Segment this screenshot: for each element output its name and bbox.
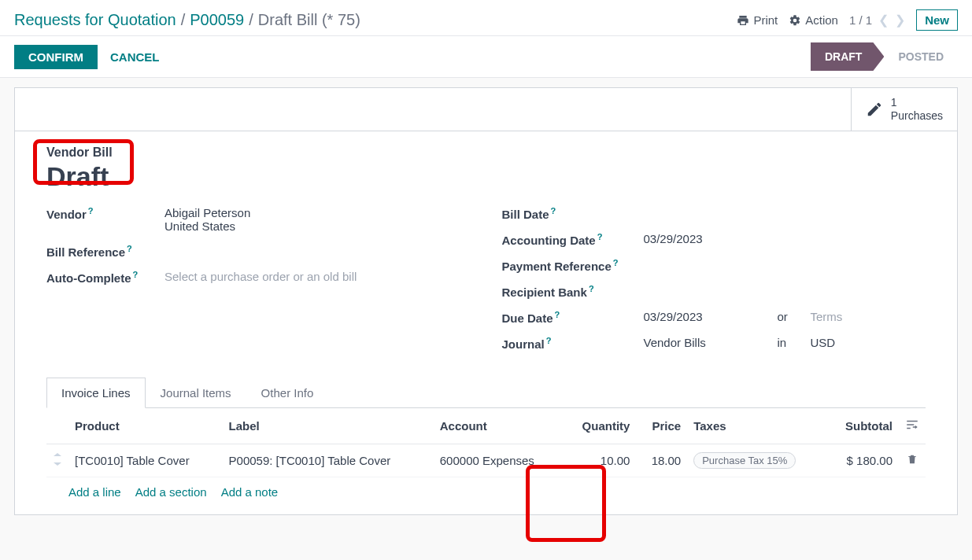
pager-prev[interactable]: ❮	[878, 13, 889, 28]
cell-price[interactable]: 18.00	[636, 444, 687, 477]
label-bill-reference: Bill Reference?	[46, 244, 164, 259]
print-icon	[737, 14, 749, 27]
help-icon[interactable]: ?	[133, 270, 139, 279]
th-label: Label	[223, 408, 434, 444]
th-account: Account	[434, 408, 564, 444]
status-right: DRAFT POSTED	[811, 42, 958, 71]
cell-subtotal: $ 180.00	[826, 444, 899, 477]
label-accounting-date: Accounting Date?	[502, 232, 644, 247]
stat-count: 1	[891, 96, 943, 109]
options-icon[interactable]	[905, 418, 919, 432]
label-recipient-bank: Recipient Bank?	[502, 284, 644, 299]
topbar: Requests for Quotation / P00059 / Draft …	[0, 0, 972, 35]
th-taxes: Taxes	[687, 408, 826, 444]
confirm-button[interactable]: CONFIRM	[14, 45, 98, 69]
breadcrumb: Requests for Quotation / P00059 / Draft …	[14, 11, 360, 29]
action-label: Action	[805, 13, 838, 27]
print-action[interactable]: Print	[737, 13, 778, 27]
stat-purchases[interactable]: 1 Purchases	[851, 88, 957, 131]
topbar-right: Print Action 1 / 1 ❮ ❯ New	[737, 9, 958, 31]
gear-icon	[789, 14, 801, 27]
statusbar: CONFIRM CANCEL DRAFT POSTED	[0, 35, 972, 78]
tab-other-info[interactable]: Other Info	[246, 378, 329, 408]
left-col: Vendor? Abigail Peterson United States B…	[46, 206, 471, 362]
sheet-inner: Vendor Bill Draft Vendor? Abigail Peters…	[15, 131, 957, 514]
trash-icon	[907, 454, 918, 465]
stat-text: 1 Purchases	[891, 96, 943, 123]
label-journal: Journal?	[502, 336, 644, 351]
th-price: Price	[636, 408, 687, 444]
new-button[interactable]: New	[916, 9, 958, 31]
status-left: CONFIRM CANCEL	[14, 45, 160, 69]
help-icon[interactable]: ?	[551, 206, 556, 216]
status-draft[interactable]: DRAFT	[811, 42, 884, 71]
help-icon[interactable]: ?	[127, 244, 132, 253]
doc-type: Vendor Bill	[46, 146, 113, 160]
cell-quantity[interactable]: 10.00	[563, 444, 636, 477]
right-col: Bill Date? Accounting Date? 03/29/2023 P…	[502, 206, 926, 362]
pager: 1 / 1 ❮ ❯	[849, 13, 905, 28]
tax-tag[interactable]: Purchase Tax 15%	[693, 452, 796, 469]
help-icon[interactable]: ?	[546, 336, 552, 345]
value-auto-complete[interactable]: Select a purchase order or an old bill	[164, 270, 471, 283]
cell-taxes[interactable]: Purchase Tax 15%	[687, 444, 826, 477]
th-subtotal: Subtotal	[826, 408, 899, 444]
pencil-icon	[866, 101, 883, 118]
pager-text[interactable]: 1 / 1	[849, 13, 872, 27]
help-icon[interactable]: ?	[589, 284, 594, 293]
label-due-date: Due Date?	[502, 310, 644, 325]
value-journal[interactable]: Vendor Bills	[644, 336, 762, 349]
label-vendor: Vendor?	[46, 206, 164, 221]
add-links: Add a line Add a section Add a note	[46, 477, 926, 499]
pager-next[interactable]: ❯	[895, 13, 905, 28]
breadcrumb-rfq[interactable]: Requests for Quotation	[14, 11, 176, 29]
tab-journal-items[interactable]: Journal Items	[146, 378, 246, 408]
invoice-lines-table: Product Label Account Quantity Price Tax…	[46, 408, 926, 477]
value-terms[interactable]: Terms	[811, 310, 843, 323]
breadcrumb-po[interactable]: P00059	[190, 11, 244, 29]
label-bill-date: Bill Date?	[502, 206, 644, 221]
help-icon[interactable]: ?	[613, 258, 619, 267]
table-header-row: Product Label Account Quantity Price Tax…	[46, 408, 926, 444]
cell-product[interactable]: [TC0010] Table Cover	[68, 444, 223, 477]
label-payment-reference: Payment Reference?	[502, 258, 644, 273]
breadcrumb-sep: /	[181, 11, 186, 29]
value-due-date-group: 03/29/2023 or Terms	[644, 310, 926, 323]
th-quantity: Quantity	[563, 408, 636, 444]
tabs: Invoice Lines Journal Items Other Info	[46, 378, 926, 408]
stat-label: Purchases	[891, 109, 943, 123]
table-row[interactable]: [TC0010] Table Cover P00059: [TC0010] Ta…	[46, 444, 926, 477]
help-icon[interactable]: ?	[88, 206, 94, 216]
label-auto-complete: Auto-Complete?	[46, 270, 164, 285]
status-posted[interactable]: POSTED	[884, 42, 958, 71]
delete-row[interactable]	[899, 444, 926, 477]
value-due-date[interactable]: 03/29/2023	[644, 310, 762, 323]
print-label: Print	[753, 13, 778, 27]
add-line[interactable]: Add a line	[68, 485, 121, 499]
label-in: in	[778, 336, 804, 349]
add-section[interactable]: Add a section	[135, 485, 207, 499]
add-note[interactable]: Add a note	[221, 485, 279, 499]
cell-account[interactable]: 600000 Expenses	[434, 444, 564, 477]
action-dropdown[interactable]: Action	[789, 13, 838, 27]
cell-label[interactable]: P00059: [TC0010] Table Cover	[223, 444, 434, 477]
label-or: or	[778, 310, 804, 323]
drag-handle[interactable]	[46, 444, 68, 477]
value-accounting-date[interactable]: 03/29/2023	[644, 232, 926, 245]
cancel-button[interactable]: CANCEL	[110, 50, 160, 64]
tab-invoice-lines[interactable]: Invoice Lines	[46, 378, 146, 408]
button-box: 1 Purchases	[15, 88, 957, 131]
form-grid: Vendor? Abigail Peterson United States B…	[46, 206, 926, 362]
value-currency[interactable]: USD	[811, 336, 836, 349]
form-sheet: 1 Purchases Vendor Bill Draft Vendor? Ab…	[14, 87, 958, 515]
help-icon[interactable]: ?	[555, 310, 560, 319]
value-journal-group: Vendor Bills in USD	[644, 336, 926, 349]
value-vendor[interactable]: Abigail Peterson United States	[164, 206, 471, 233]
doc-title: Draft	[46, 161, 926, 192]
breadcrumb-sep: /	[249, 11, 253, 29]
help-icon[interactable]: ?	[597, 232, 603, 241]
breadcrumb-current: Draft Bill (* 75)	[258, 11, 360, 29]
th-product: Product	[68, 408, 223, 444]
